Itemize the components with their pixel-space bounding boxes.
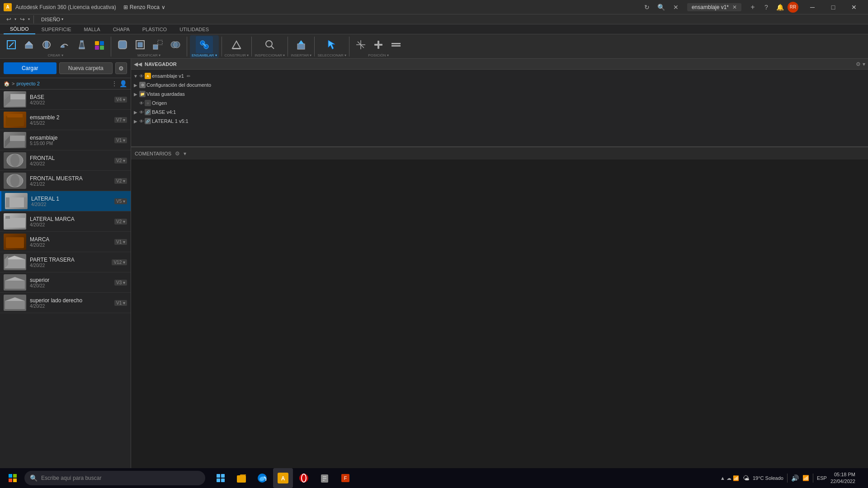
close-tab-btn[interactable]: ✕ (732, 4, 737, 10)
taskbar-app-file-explorer[interactable] (231, 468, 251, 488)
taskbar-app-opera[interactable] (294, 468, 314, 488)
loft-btn[interactable] (73, 36, 90, 53)
load-button[interactable]: Cargar (4, 62, 57, 74)
sweep-btn[interactable] (56, 36, 73, 53)
extrude-btn[interactable] (20, 36, 38, 53)
design-dropdown[interactable]: DISEÑO ▾ (38, 16, 67, 23)
new-tab-btn[interactable]: + (747, 1, 759, 13)
tab-solido[interactable]: SÓLIDO (4, 24, 35, 34)
user-menu[interactable]: ⊞ Renzo Roca ∨ (123, 4, 165, 10)
construir-btn[interactable] (228, 36, 245, 53)
fillet-btn[interactable] (114, 36, 131, 53)
expand-icon[interactable]: ▶ (133, 83, 138, 88)
inspect-btn[interactable] (261, 36, 278, 53)
svg-point-20 (174, 42, 180, 48)
nav-row-config[interactable]: ▶ ⚙ Configuración del documento (131, 80, 868, 89)
position-grid-btn[interactable] (352, 36, 369, 53)
scale-btn[interactable] (149, 36, 166, 53)
position-move-btn[interactable] (370, 36, 387, 53)
position-align-btn[interactable] (387, 36, 405, 53)
home-icon[interactable]: 🏠 (4, 81, 10, 87)
joint-btn[interactable] (196, 36, 213, 53)
file-item[interactable]: FRONTAL 4/20/22 V2 ▾ (0, 150, 131, 171)
expand-icon[interactable]: ▶ (133, 110, 138, 115)
revolve-btn[interactable] (38, 36, 55, 53)
vis-eye[interactable]: 👁 (139, 101, 144, 106)
tab-superficie[interactable]: SUPERFICIE (35, 24, 78, 34)
nav-row-base[interactable]: ▶ 👁 🔗 BASE v4:1 (131, 108, 868, 117)
sketch-btn[interactable] (3, 36, 20, 53)
ensamblar-label[interactable]: ENSAMBLAR ▾ (192, 53, 217, 57)
taskbar-app-edge[interactable] (252, 468, 272, 488)
file-item[interactable]: emsamble 2 4/15/22 V7 ▾ (0, 110, 131, 130)
undo-btn[interactable]: ↩ (4, 15, 14, 24)
nav-row-views[interactable]: ▶ 📁 Vistas guardadas (131, 89, 868, 99)
close-btn[interactable]: ✕ (844, 0, 864, 14)
svg-rect-61 (5, 301, 25, 309)
expand-icon[interactable]: ▶ (133, 119, 138, 124)
file-thumbnail (4, 132, 26, 148)
tab-chapa[interactable]: CHAPA (107, 24, 136, 34)
taskbar-app-other[interactable]: F (335, 468, 355, 488)
help-circle[interactable]: ? (760, 1, 772, 13)
file-item[interactable]: superior lado derecho 4/20/22 V1 ▾ (0, 293, 131, 313)
expand-icon[interactable]: ▼ (133, 74, 138, 79)
nav-collapse-btn[interactable]: ◀◀ (134, 61, 142, 67)
nav-item-edit-icon[interactable]: ✏ (187, 74, 190, 79)
refresh-btn[interactable]: ↻ (641, 1, 653, 13)
file-item[interactable]: FRONTAL MUESTRA 4/21/22 V2 ▾ (0, 171, 131, 191)
nav-row-origin[interactable]: 👁 ○ Origen (131, 99, 868, 108)
comments-expand-btn[interactable]: ▾ (184, 150, 186, 157)
vis-eye[interactable]: 👁 (139, 119, 144, 124)
nav-row-assembly[interactable]: ▼ 👁 A ensamblaje v1 ✏ (131, 71, 868, 80)
sidebar-options-icon[interactable]: ⋮ (111, 80, 118, 87)
svg-rect-52 (24, 197, 27, 207)
file-item[interactable]: MARCA 4/20/22 V1 ▾ (0, 232, 131, 252)
user-avatar[interactable]: RR (788, 2, 798, 13)
nav-row-lateral[interactable]: ▶ 👁 🔗 LATERAL 1 v5:1 (131, 117, 868, 126)
more-create-btn[interactable] (91, 36, 108, 53)
comments-settings-btn[interactable]: ⚙ (175, 150, 180, 157)
file-item[interactable]: superior 4/20/22 V3 ▾ (0, 272, 131, 293)
tab-utilidades[interactable]: UTILIDADES (173, 24, 215, 34)
file-info: superior lado derecho 4/20/22 (30, 297, 111, 309)
taskbar-app-fusion[interactable]: A (273, 468, 293, 488)
expand-icon[interactable]: ▶ (133, 92, 138, 97)
nav-options-btn[interactable]: ⚙ (856, 61, 861, 67)
search-bar[interactable]: 🔍 Escribe aquí para buscar (24, 471, 205, 485)
tab-malla[interactable]: MALLA (78, 24, 107, 34)
file-item[interactable]: PARTE TRASERA 4/20/22 V12 ▾ (0, 252, 131, 272)
settings-button[interactable]: ⚙ (115, 62, 127, 74)
vis-eye[interactable]: 👁 (139, 74, 144, 79)
file-item[interactable]: BASE 4/20/22 V4 ▾ (0, 89, 131, 110)
redo-dropdown[interactable]: ▾ (28, 17, 30, 21)
notifications-btn[interactable]: 🔔 (774, 1, 786, 13)
shell-btn[interactable] (132, 36, 149, 53)
undo-dropdown[interactable]: ▾ (14, 17, 16, 21)
sidebar-person-icon[interactable]: 👤 (119, 80, 127, 87)
tab-plastico[interactable]: PLÁSTICO (136, 24, 173, 34)
taskbar-app-taskview[interactable] (211, 468, 231, 488)
file-item-lateral1[interactable]: LATERAL 1 4/20/22 V5 ▾ (0, 191, 131, 211)
close-file-btn[interactable]: ✕ (670, 1, 682, 13)
nav-expand-panel-btn[interactable]: ▾ (863, 61, 865, 67)
clock-time: 05:18 PM (830, 471, 855, 478)
svg-line-1 (9, 42, 14, 47)
system-clock[interactable]: 05:18 PM 22/04/2022 (830, 471, 855, 485)
taskbar-app-files[interactable] (315, 468, 335, 488)
minimize-btn[interactable]: ─ (802, 0, 823, 14)
volume-icon[interactable]: 🔊 (791, 474, 799, 482)
new-folder-button[interactable]: Nueva carpeta (59, 62, 113, 74)
maximize-btn[interactable]: □ (823, 0, 844, 14)
search-btn[interactable]: 🔍 (656, 1, 667, 13)
insertar-btn[interactable] (292, 36, 310, 53)
combine-btn[interactable] (167, 36, 184, 53)
file-item[interactable]: LATERAL MARCA 4/20/22 V2 ▾ (0, 211, 131, 232)
vis-eye[interactable]: 👁 (139, 110, 144, 115)
network-icon[interactable]: 📶 (802, 475, 809, 481)
select-btn[interactable] (323, 36, 340, 53)
redo-btn[interactable]: ↪ (17, 15, 27, 24)
file-item[interactable]: ensamblaje 5:15:00 PM V1 ▾ (0, 130, 131, 150)
start-button[interactable] (3, 468, 23, 488)
breadcrumb-project[interactable]: proyecto 2 (16, 81, 39, 86)
